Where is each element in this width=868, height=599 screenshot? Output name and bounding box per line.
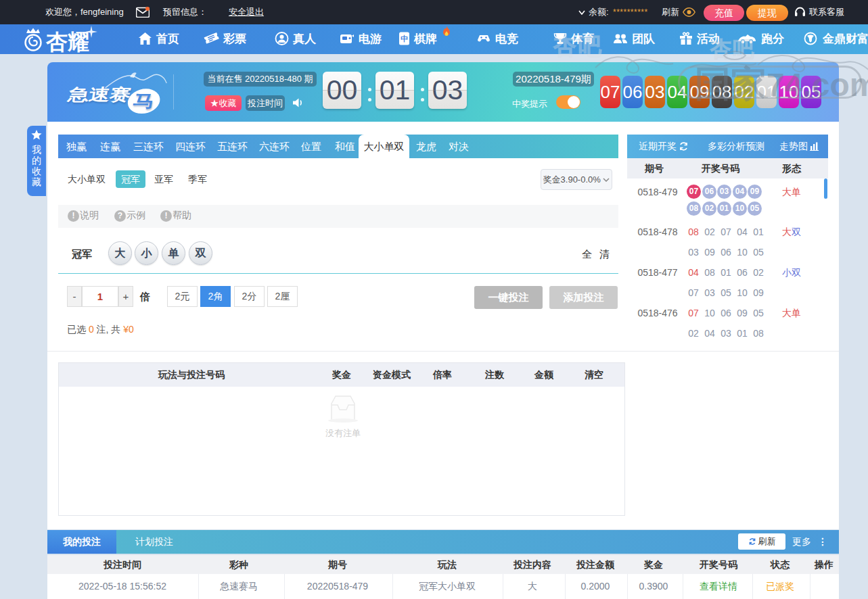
svg-text:中: 中	[401, 34, 408, 43]
